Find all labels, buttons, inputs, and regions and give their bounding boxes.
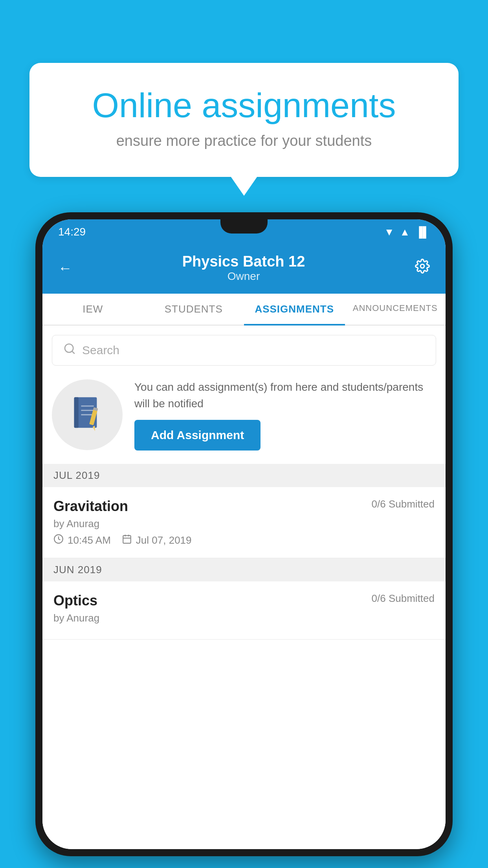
speech-bubble: Online assignments ensure more practice … [29,63,459,177]
assignment-submitted-optics: 0/6 Submitted [372,592,435,605]
tab-students[interactable]: STUDENTS [143,294,244,325]
header-center: Physics Batch 12 Owner [182,253,305,283]
promo-icon-circle [52,379,123,450]
app-header: ← Physics Batch 12 Owner [42,245,446,294]
wifi-icon: ▼ [384,226,394,238]
calendar-icon [122,534,132,547]
assignment-row-top: Gravitation 0/6 Submitted [53,498,435,515]
assignment-by: by Anurag [53,518,435,530]
settings-button[interactable] [415,259,430,277]
tab-bar: IEW STUDENTS ASSIGNMENTS ANNOUNCEMENTS [42,294,446,326]
promo-description: You can add assignment(s) from here and … [134,379,436,412]
svg-rect-12 [123,535,131,543]
assignment-name-optics: Optics [53,592,97,609]
svg-line-2 [72,351,74,353]
clock-icon [53,534,64,547]
phone-screen: 14:29 ▼ ▲ ▐▌ ← Physics Batch 12 Owner [42,219,446,849]
assignment-row-top-optics: Optics 0/6 Submitted [53,592,435,609]
status-icons: ▼ ▲ ▐▌ [384,226,430,238]
bubble-subtitle: ensure more practice for your students [61,132,427,149]
promo-text-area: You can add assignment(s) from here and … [134,379,436,451]
tab-iew[interactable]: IEW [42,294,143,325]
add-assignment-button[interactable]: Add Assignment [134,420,261,451]
search-bar[interactable]: Search [52,335,436,366]
meta-time: 10:45 AM [53,534,111,547]
back-button[interactable]: ← [58,260,72,276]
header-subtitle: Owner [182,270,305,283]
meta-date: Jul 07, 2019 [122,534,192,547]
promo-card: You can add assignment(s) from here and … [52,375,436,454]
battery-icon: ▐▌ [415,226,430,238]
assignment-meta: 10:45 AM Jul 07, 201 [53,534,435,547]
phone-notch [220,219,268,234]
assignment-name: Gravitation [53,498,128,515]
assignment-item-optics[interactable]: Optics 0/6 Submitted by Anurag [42,581,446,640]
svg-rect-4 [74,397,79,428]
assignment-date: Jul 07, 2019 [136,534,192,546]
search-placeholder-text: Search [82,344,119,357]
notebook-icon [70,395,105,434]
assignment-by-optics: by Anurag [53,612,435,624]
assignment-item-gravitation[interactable]: Gravitation 0/6 Submitted by Anurag [42,487,446,558]
phone-wrapper: 14:29 ▼ ▲ ▐▌ ← Physics Batch 12 Owner [35,212,453,856]
bubble-title: Online assignments [61,86,427,125]
header-title: Physics Batch 12 [182,253,305,270]
status-time: 14:29 [58,226,86,238]
content-area: Search [42,326,446,849]
search-icon [63,342,76,358]
tab-assignments[interactable]: ASSIGNMENTS [244,294,345,325]
assignment-time: 10:45 AM [68,534,111,546]
speech-bubble-wrapper: Online assignments ensure more practice … [29,63,459,177]
phone-outer: 14:29 ▼ ▲ ▐▌ ← Physics Batch 12 Owner [35,212,453,856]
tab-announcements[interactable]: ANNOUNCEMENTS [345,294,446,325]
signal-icon: ▲ [400,226,410,238]
month-separator-jul: JUL 2019 [42,464,446,487]
svg-point-0 [420,264,424,268]
assignment-submitted: 0/6 Submitted [372,498,435,510]
month-separator-jun: JUN 2019 [42,558,446,581]
